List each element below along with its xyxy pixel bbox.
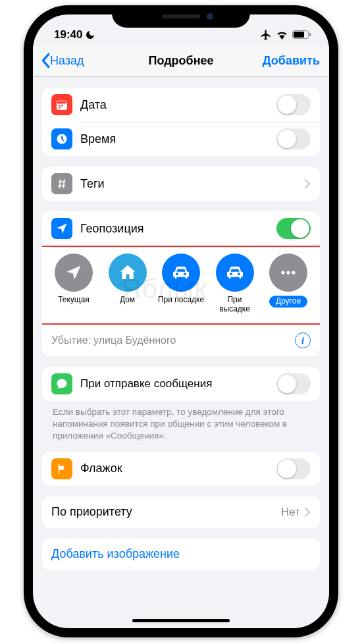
toggle-date[interactable]	[276, 94, 311, 115]
wifi-icon	[276, 30, 288, 40]
loc-current-label: Текущая	[58, 296, 90, 314]
row-add-image[interactable]: Добавить изображение	[42, 539, 320, 570]
flag-icon	[51, 458, 72, 479]
moon-icon	[85, 30, 95, 40]
car-icon	[216, 254, 254, 292]
airplane-icon	[260, 29, 272, 41]
group-date-time: Дата Время	[42, 88, 320, 156]
notch	[112, 5, 250, 28]
row-priority[interactable]: По приоритету Нет	[42, 496, 320, 528]
toggle-time[interactable]	[276, 128, 311, 149]
arrow-icon	[55, 254, 93, 292]
loc-dropoff-label: При высадке	[211, 296, 259, 314]
back-button[interactable]: Назад	[39, 53, 84, 68]
message-footnote: Если выбрать этот параметр, то уведомлен…	[42, 406, 320, 452]
ellipsis-icon	[269, 254, 307, 292]
clock-icon	[51, 128, 72, 149]
chevron-right-icon	[304, 178, 311, 189]
row-time-label: Время	[80, 132, 276, 146]
row-priority-label: По приоритету	[51, 505, 281, 519]
battery-icon	[292, 30, 311, 39]
departure-key: Убытие:	[51, 335, 91, 346]
front-camera	[207, 13, 213, 20]
chevron-right-icon	[304, 507, 311, 518]
row-add-image-label: Добавить изображение	[51, 547, 311, 561]
loc-home[interactable]: Дом	[104, 254, 151, 314]
svg-point-12	[292, 271, 295, 274]
loc-other-label: Другое	[269, 296, 307, 308]
row-date-label: Дата	[80, 98, 276, 112]
group-priority: По приоритету Нет	[42, 496, 320, 528]
toggle-flag[interactable]	[276, 458, 311, 479]
group-tags: Теги	[42, 167, 320, 201]
row-flag[interactable]: Флажок	[42, 452, 320, 486]
row-date[interactable]: Дата	[42, 88, 320, 122]
row-departure[interactable]: Убытие: улица Будённого i	[42, 325, 320, 356]
row-geo-label: Геопозиция	[80, 222, 276, 236]
toggle-message[interactable]	[276, 373, 311, 394]
nav-bar: Назад Подробнее Добавить	[33, 46, 329, 77]
hash-icon	[51, 173, 72, 194]
svg-point-10	[281, 271, 284, 274]
message-icon	[51, 373, 72, 394]
row-on-message-label: При отправке сообщения	[80, 377, 276, 390]
back-label: Назад	[50, 54, 84, 68]
row-on-message[interactable]: При отправке сообщения	[42, 367, 320, 401]
location-options: Текущая Дом При посадке	[42, 246, 320, 325]
svg-rect-1	[294, 32, 304, 38]
row-geo[interactable]: Геопозиция	[42, 211, 320, 246]
screen: 19:40 Назад Подробнее Добавить	[33, 14, 329, 628]
status-time: 19:40	[54, 28, 82, 41]
loc-current[interactable]: Текущая	[50, 254, 97, 314]
svg-rect-7	[61, 105, 63, 107]
svg-rect-2	[309, 33, 311, 36]
group-flag: Флажок	[42, 452, 320, 486]
row-tags-label: Теги	[80, 177, 304, 191]
svg-rect-8	[59, 107, 61, 109]
loc-boarding[interactable]: При посадке	[157, 254, 205, 314]
svg-rect-6	[59, 105, 61, 107]
row-tags[interactable]: Теги	[42, 167, 320, 201]
row-time[interactable]: Время	[42, 122, 320, 156]
loc-boarding-label: При посадке	[158, 296, 204, 314]
group-message: При отправке сообщения	[42, 367, 320, 401]
loc-other[interactable]: Другое	[265, 254, 312, 314]
info-icon[interactable]: i	[295, 333, 311, 348]
content: Дата Время Теги	[33, 77, 329, 570]
device-frame: 19:40 Назад Подробнее Добавить	[24, 5, 338, 637]
calendar-icon	[51, 94, 72, 115]
priority-value: Нет	[281, 506, 300, 519]
speaker	[162, 14, 200, 18]
car-icon	[162, 254, 200, 292]
add-button[interactable]: Добавить	[263, 54, 320, 68]
svg-point-11	[286, 271, 290, 274]
row-flag-label: Флажок	[80, 462, 276, 475]
loc-home-label: Дом	[120, 296, 135, 314]
home-icon	[109, 254, 147, 292]
group-add-image: Добавить изображение	[42, 539, 320, 570]
toggle-geo[interactable]	[276, 218, 311, 239]
loc-dropoff[interactable]: При высадке	[211, 254, 259, 314]
svg-rect-4	[57, 101, 67, 103]
departure-value: улица Будённого	[93, 335, 295, 346]
home-indicator[interactable]	[132, 619, 230, 622]
location-icon	[51, 218, 72, 239]
group-location: Геопозиция Текущая Дом	[42, 211, 320, 356]
